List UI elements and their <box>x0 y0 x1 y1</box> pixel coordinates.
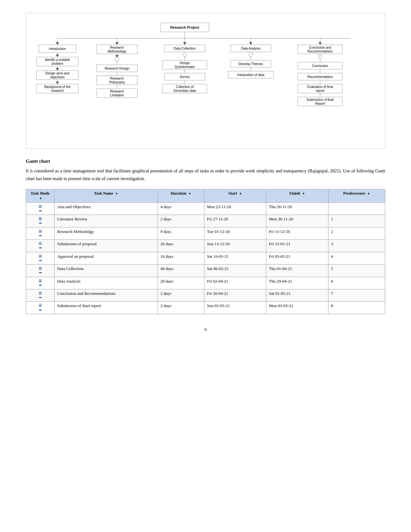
table-row: 🖥 ➡ Approval on proposal 16 days Sat 16-… <box>26 252 385 264</box>
sort-arrow-task-name[interactable]: ▼ <box>115 192 118 195</box>
sort-arrow-start[interactable]: ▼ <box>239 192 242 195</box>
table-row: 🖥 ➡ Data Collection 40 days Sat 06-02-21… <box>26 265 385 277</box>
cell-predecessors: 1 <box>328 215 385 227</box>
svg-text:Research Design: Research Design <box>104 67 129 70</box>
svg-text:Recommendetion: Recommendetion <box>307 75 332 79</box>
task-mode-icon-arrow: ➡ <box>39 233 42 238</box>
cell-finish: Thu 26-11-20 <box>266 202 328 215</box>
svg-text:Methodology: Methodology <box>108 50 126 53</box>
svg-marker-19 <box>56 82 59 84</box>
sort-arrow-duration[interactable]: ▼ <box>188 192 191 195</box>
org-chart-container: .obox { fill: white; stroke: #999; strok… <box>26 13 385 149</box>
cell-finish: Fri 15-01-21 <box>266 240 328 252</box>
cell-finish: Fri 05-02-21 <box>266 252 328 264</box>
cell-start: Sat 06-02-21 <box>204 265 266 277</box>
svg-marker-24 <box>115 42 119 45</box>
section-title: Gantt chart <box>26 159 385 164</box>
cell-predecessors: 3 <box>328 240 385 252</box>
svg-text:Report: Report <box>315 102 325 105</box>
svg-text:Secondary data: Secondary data <box>173 89 196 92</box>
svg-text:Survey: Survey <box>180 75 190 79</box>
svg-marker-61 <box>249 42 252 45</box>
cell-finish: Sat 01-05-21 <box>266 289 328 301</box>
sort-arrow-predecessors[interactable]: ▼ <box>367 192 370 195</box>
svg-text:report: report <box>316 89 324 92</box>
task-mode-icon-arrow: ➡ <box>39 270 42 275</box>
cell-duration: 2 days <box>158 289 204 301</box>
svg-text:Introduction: Introduction <box>49 47 65 51</box>
task-mode-icon-monitor: 🖥 <box>38 266 42 271</box>
svg-marker-45 <box>183 42 186 45</box>
svg-text:Recommnedetion: Recommnedetion <box>307 50 332 53</box>
cell-task-name: Submission of final report <box>54 302 158 314</box>
header-task-name[interactable]: Task Name ▼ <box>54 189 158 202</box>
svg-text:Conclusion: Conclusion <box>312 64 328 68</box>
cell-duration: 2 days <box>158 302 204 314</box>
svg-marker-9 <box>56 54 59 57</box>
cell-task-mode: 🖥 ➡ <box>26 265 54 277</box>
svg-text:problem: problem <box>51 62 63 65</box>
cell-task-mode: 🖥 ➡ <box>26 227 54 239</box>
table-row: 🖥 ➡ Submission of proposal 26 days Sun 1… <box>26 240 385 252</box>
cell-task-name: Research Methodolgy <box>54 227 158 239</box>
svg-text:Interpretion of data: Interpretion of data <box>237 73 264 77</box>
cell-task-name: Aim and Objectives <box>54 202 158 215</box>
cell-duration: 16 days <box>158 252 204 264</box>
gantt-table: Task Mode ▼ Task Name ▼ Duration ▼ Start… <box>26 189 385 314</box>
cell-predecessors <box>328 202 385 215</box>
gantt-section: Gantt chart It is considered as a time m… <box>26 159 385 314</box>
cell-duration: 20 days <box>158 277 204 289</box>
table-header-row: Task Mode ▼ Task Name ▼ Duration ▼ Start… <box>26 189 385 202</box>
svg-text:Research: Research <box>110 46 124 49</box>
cell-predecessors: 2 <box>328 227 385 239</box>
svg-text:Conclusion and: Conclusion and <box>309 46 331 49</box>
sort-arrow-finish[interactable]: ▼ <box>302 192 305 195</box>
svg-marker-14 <box>56 68 59 71</box>
svg-text:Design aims and: Design aims and <box>45 72 69 75</box>
cell-task-name: Data Collection <box>54 265 158 277</box>
table-row: 🖥 ➡ Data Analysis 20 days Fri 02-04-21 T… <box>26 277 385 289</box>
svg-text:Design: Design <box>180 61 190 65</box>
task-mode-icon-monitor: 🖥 <box>38 303 42 308</box>
cell-task-name: Approval on proposal <box>54 252 158 264</box>
svg-marker-72 <box>318 42 322 45</box>
task-mode-icon-monitor: 🖥 <box>38 241 42 246</box>
svg-text:research: research <box>51 89 64 92</box>
sort-arrow-task-mode[interactable]: ▼ <box>39 197 42 200</box>
cell-task-mode: 🖥 ➡ <box>26 252 54 264</box>
svg-text:Collection of: Collection of <box>176 85 193 89</box>
cell-predecessors: 5 <box>328 265 385 277</box>
table-row: 🖥 ➡ Submission of final report 2 days Su… <box>26 302 385 314</box>
header-duration[interactable]: Duration ▼ <box>158 189 204 202</box>
cell-duration: 2 days <box>158 215 204 227</box>
cell-duration: 9 days <box>158 227 204 239</box>
cell-finish: Mon 30-11-20 <box>266 215 328 227</box>
cell-task-mode: 🖥 ➡ <box>26 215 54 227</box>
task-mode-icon-monitor: 🖥 <box>38 291 42 295</box>
cell-finish: Thu 01-04-21 <box>266 265 328 277</box>
header-start[interactable]: Start ▼ <box>204 189 266 202</box>
cell-finish: Mon 03-05-21 <box>266 302 328 314</box>
task-mode-icon-arrow: ➡ <box>39 258 42 263</box>
task-mode-icon-arrow: ➡ <box>39 208 42 213</box>
cell-duration: 26 days <box>158 240 204 252</box>
cell-start: Fri 30-04-21 <box>204 289 266 301</box>
svg-text:Data Collection: Data Collection <box>174 47 196 50</box>
cell-predecessors: 4 <box>328 252 385 264</box>
header-finish[interactable]: Finish ▼ <box>266 189 328 202</box>
svg-text:Identify a suitable: Identify a suitable <box>45 58 70 62</box>
header-predecessors[interactable]: Predecessors ▼ <box>328 189 385 202</box>
cell-task-name: Submission of proposal <box>54 240 158 252</box>
section-paragraph: It is considered as a time management to… <box>26 167 385 183</box>
task-mode-icon-monitor: 🖥 <box>38 254 42 258</box>
cell-task-name: Conclusion and Recommendations <box>54 289 158 301</box>
header-task-mode[interactable]: Task Mode ▼ <box>26 189 54 202</box>
task-mode-icon-arrow: ➡ <box>39 308 42 312</box>
svg-point-64 <box>249 53 253 56</box>
svg-text:Submission of final: Submission of final <box>307 98 334 102</box>
cell-predecessors: 6 <box>328 277 385 289</box>
task-mode-icon-arrow: ➡ <box>39 246 42 250</box>
task-mode-icon-monitor: 🖥 <box>38 217 42 221</box>
cell-task-name: Literature Review <box>54 215 158 227</box>
svg-text:Background of the: Background of the <box>44 85 71 89</box>
